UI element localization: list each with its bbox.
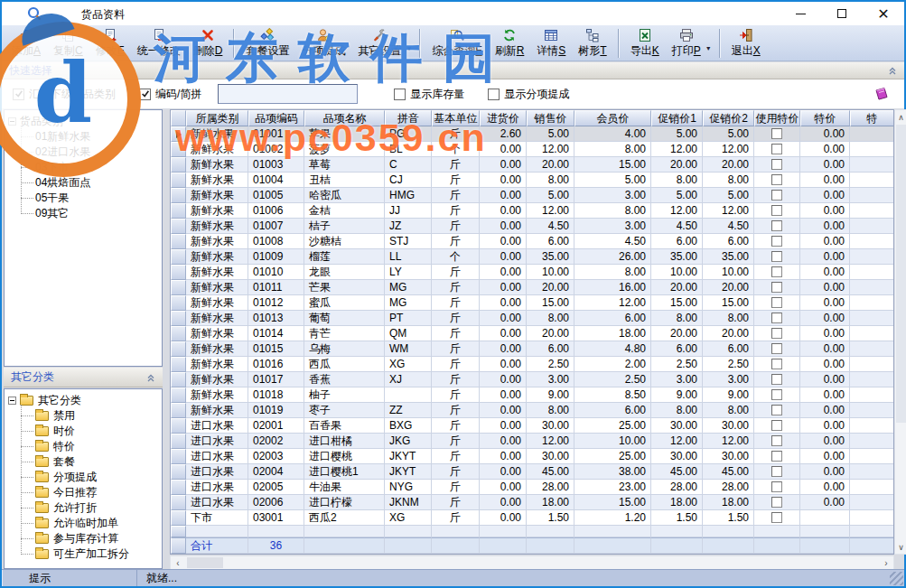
column-header-品项编码[interactable]: 品项编码 [248, 110, 304, 126]
cell-所属类别[interactable]: 新鲜水果 [186, 142, 248, 157]
cell-特价[interactable]: 0.00 [800, 449, 850, 464]
cell-进货价[interactable]: 0.00 [480, 295, 527, 311]
table-row[interactable]: 新鲜水果01017香蕉XJ斤0.003.002.503.003.000.00 [171, 372, 893, 387]
cell-进货价[interactable]: 0.00 [480, 341, 527, 357]
cell-基本单位[interactable]: 斤 [432, 188, 480, 203]
cell-促销价2[interactable]: 6.00 [703, 341, 754, 357]
cell-促销价2[interactable]: 2.50 [703, 357, 754, 372]
cell-进货价[interactable]: 0.00 [480, 142, 527, 157]
cell-销售价[interactable]: 20.00 [527, 280, 574, 295]
cell-特价[interactable] [800, 510, 850, 526]
use-special-price-checkbox[interactable] [771, 451, 782, 462]
cell-特[interactable] [850, 495, 894, 510]
column-header-特价[interactable]: 特价 [800, 110, 850, 126]
cell-进货价[interactable]: 0.00 [480, 219, 527, 234]
cell-特[interactable] [850, 295, 894, 311]
cell-促销价1[interactable]: 2.50 [651, 357, 703, 372]
cell-品项编码[interactable]: 01005 [248, 188, 304, 203]
tree-item[interactable]: 允许打折 [35, 500, 160, 516]
table-row[interactable]: 进口水果02005牛油果NYG斤0.0028.0023.0028.0028.00… [171, 480, 893, 495]
tree-item[interactable]: 分项提成 [35, 470, 160, 485]
cell-拼音[interactable]: XJ [385, 372, 432, 387]
use-special-price-checkbox[interactable] [771, 481, 782, 492]
cell-品项编码[interactable]: 03001 [248, 510, 304, 526]
table-row[interactable]: 新鲜水果01004丑桔CJ斤0.008.005.008.008.000.00 [171, 173, 893, 188]
scroll-left-icon[interactable]: ‹ [171, 558, 185, 568]
cell-会员价[interactable]: 25.00 [574, 418, 651, 434]
cell-品项编码[interactable]: 02003 [248, 449, 304, 464]
cell-品项名称[interactable]: 芒果 [304, 280, 385, 295]
cell-拼音[interactable] [385, 387, 432, 403]
horizontal-scrollbar[interactable]: ‹ › [170, 555, 894, 570]
cell-使用特价[interactable] [754, 249, 800, 265]
checkbox[interactable] [394, 89, 406, 100]
cell-特[interactable] [850, 126, 894, 142]
use-special-price-checkbox[interactable] [771, 343, 782, 354]
modify-button[interactable]: 修改E [89, 26, 131, 61]
cell-所属类别[interactable]: 新鲜水果 [186, 265, 248, 280]
cell-使用特价[interactable] [754, 219, 800, 234]
table-row[interactable]: 进口水果02006进口柠檬JKNM斤0.0018.0015.0018.0018.… [171, 495, 893, 510]
cell-销售价[interactable]: 35.00 [527, 249, 574, 265]
cell-会员价[interactable]: 15.00 [574, 157, 651, 173]
cell-促销价1[interactable]: 8.00 [651, 311, 703, 326]
cell-促销价1[interactable]: 18.00 [651, 495, 703, 510]
cell-促销价1[interactable]: 4.50 [651, 219, 703, 234]
row-indicator[interactable] [171, 341, 186, 357]
cell-使用特价[interactable] [754, 326, 800, 341]
code-pinyin-input[interactable] [218, 84, 358, 104]
cell-促销价1[interactable]: 1.50 [651, 510, 703, 526]
cell-品项名称[interactable]: 沙糖桔 [304, 234, 385, 249]
row-indicator[interactable] [171, 173, 186, 188]
cell-促销价2[interactable]: 20.00 [703, 157, 754, 173]
cell-销售价[interactable]: 5.00 [527, 126, 574, 142]
cell-基本单位[interactable]: 斤 [432, 403, 480, 418]
cell-特[interactable] [850, 219, 894, 234]
use-special-price-checkbox[interactable] [771, 512, 782, 523]
cell-使用特价[interactable] [754, 157, 800, 173]
cell-品项编码[interactable]: 01014 [248, 326, 304, 341]
column-header-基本单位[interactable]: 基本单位 [432, 110, 480, 126]
column-header-所属类别[interactable]: 所属类别 [186, 110, 248, 126]
cell-会员价[interactable]: 6.00 [574, 403, 651, 418]
cell-进货价[interactable]: 0.00 [480, 357, 527, 372]
cell-销售价[interactable]: 10.00 [527, 265, 574, 280]
cell-会员价[interactable]: 10.00 [574, 434, 651, 449]
cell-基本单位[interactable]: 斤 [432, 449, 480, 464]
maximize-button[interactable] [821, 2, 863, 25]
cell-特价[interactable]: 0.00 [800, 434, 850, 449]
cell-促销价2[interactable]: 10.00 [703, 265, 754, 280]
item-commission-button[interactable]: 分项提成 [295, 26, 351, 61]
cell-所属类别[interactable]: 新鲜水果 [186, 173, 248, 188]
cell-会员价[interactable]: 4.00 [574, 126, 651, 142]
cell-特价[interactable]: 0.00 [800, 295, 850, 311]
delete-button[interactable]: 删除D [187, 26, 229, 61]
cell-特价[interactable]: 0.00 [800, 418, 850, 434]
cell-特[interactable] [850, 311, 894, 326]
use-special-price-checkbox[interactable] [771, 389, 782, 400]
vertical-scrollbar[interactable]: ∧ ∨ [894, 109, 906, 555]
cell-促销价1[interactable]: 12.00 [651, 434, 703, 449]
cell-使用特价[interactable] [754, 449, 800, 464]
row-indicator[interactable] [171, 295, 186, 311]
cell-所属类别[interactable]: 下市 [186, 510, 248, 526]
use-special-price-checkbox[interactable] [771, 497, 782, 508]
cell-销售价[interactable]: 18.00 [527, 495, 574, 510]
cell-品项编码[interactable]: 01007 [248, 219, 304, 234]
cell-品项编码[interactable]: 02005 [248, 480, 304, 495]
cell-拼音[interactable]: MG [385, 280, 432, 295]
cell-拼音[interactable]: JKNM [385, 495, 432, 510]
cell-特价[interactable]: 0.00 [800, 280, 850, 295]
cell-拼音[interactable]: LY [385, 265, 432, 280]
cell-品项名称[interactable]: 金桔 [304, 203, 385, 219]
cell-特[interactable] [850, 341, 894, 357]
add-button[interactable]: 添加A [5, 26, 47, 61]
row-indicator[interactable] [171, 464, 186, 480]
cell-会员价[interactable]: 2.50 [574, 372, 651, 387]
cell-进货价[interactable]: 0.00 [480, 173, 527, 188]
cell-基本单位[interactable]: 斤 [432, 157, 480, 173]
table-row[interactable]: 新鲜水果01001苹果PG斤2.605.004.005.005.000.00 [171, 126, 893, 142]
cell-基本单位[interactable]: 斤 [432, 480, 480, 495]
cell-特[interactable] [850, 449, 894, 464]
cell-销售价[interactable]: 1.50 [527, 510, 574, 526]
